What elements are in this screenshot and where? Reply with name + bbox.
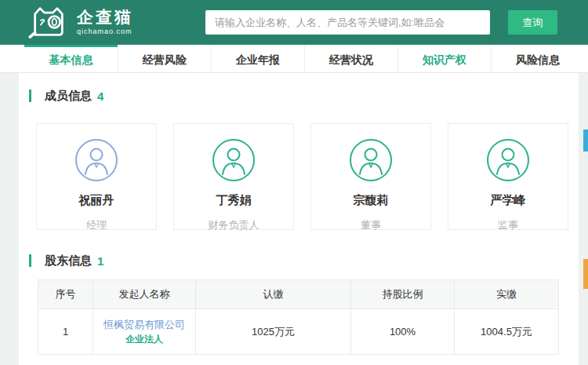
cell-ratio: 100%: [351, 309, 455, 355]
col-header-paid: 实缴: [455, 280, 559, 309]
col-header-index: 序号: [38, 280, 93, 309]
col-header-name: 发起人名称: [93, 280, 196, 309]
member-card[interactable]: 祝丽丹 经理: [36, 123, 157, 230]
site-header: 企查猫 qichamao.com 查询: [0, 0, 588, 45]
member-card[interactable]: 严学峰 监事: [448, 123, 568, 230]
shareholder-link[interactable]: 恒枫贸易有限公司: [93, 318, 195, 332]
member-role: 财务负责人: [174, 218, 293, 232]
table-row: 1 恒枫贸易有限公司 企业法人 1025万元 100% 1004.5万元: [38, 309, 559, 355]
member-role: 董事: [311, 218, 430, 232]
person-icon: [486, 138, 530, 182]
member-name: 宗馥莉: [311, 193, 430, 208]
cat-logo-icon: [26, 5, 71, 38]
shareholders-section-header: 股东信息 1: [29, 254, 579, 268]
cell-shareholder: 恒枫贸易有限公司 企业法人: [93, 309, 196, 355]
tab-risk-info[interactable]: 风险信息: [491, 45, 584, 73]
brand-text: 企查猫 qichamao.com: [77, 9, 133, 35]
section-accent-bar: [29, 89, 31, 102]
members-title: 成员信息: [45, 89, 92, 104]
person-icon: [349, 138, 393, 182]
member-card[interactable]: 宗馥莉 董事: [310, 123, 431, 230]
section-nav: 基本信息 经营风险 企业年报 经营状况 知识产权 风险信息: [0, 45, 588, 73]
cell-subscribed: 1025万元: [196, 309, 351, 355]
member-name: 祝丽丹: [37, 193, 156, 208]
member-name: 严学峰: [448, 193, 568, 208]
search-input[interactable]: [205, 10, 490, 35]
member-card[interactable]: 丁秀娟 财务负责人: [173, 123, 294, 230]
members-count: 4: [97, 89, 103, 103]
brand-domain: qichamao.com: [77, 27, 133, 35]
tab-intellectual-property[interactable]: 知识产权: [397, 45, 491, 73]
member-role: 监事: [448, 218, 568, 232]
table-header-row: 序号 发起人名称 认缴 持股比例 实缴: [38, 280, 559, 309]
members-section-header: 成员信息 4: [29, 89, 579, 103]
shareholders-table: 序号 发起人名称 认缴 持股比例 实缴 1 恒枫贸易有限公司 企业法人 1025…: [38, 279, 559, 355]
page-background: 成员信息 4 祝丽丹 经理: [0, 73, 588, 365]
member-role: 经理: [37, 218, 156, 232]
brand-name: 企查猫: [77, 9, 133, 26]
col-header-ratio: 持股比例: [351, 280, 455, 309]
cell-paid: 1004.5万元: [455, 309, 559, 355]
brand-logo[interactable]: 企查猫 qichamao.com: [26, 5, 133, 38]
member-name: 丁秀娟: [174, 193, 293, 208]
member-cards: 祝丽丹 经理 丁秀娟 财务负责人: [36, 123, 579, 230]
person-icon: [74, 138, 118, 182]
shareholders-count: 1: [97, 254, 103, 268]
tab-operation[interactable]: 经营状况: [304, 45, 397, 73]
cell-index: 1: [38, 309, 93, 355]
edge-toolbar-fragment-orange[interactable]: [583, 259, 588, 289]
edge-toolbar-fragment-cyan[interactable]: [583, 130, 588, 151]
content-panel: 成员信息 4 祝丽丹 经理: [19, 73, 579, 365]
search-button[interactable]: 查询: [508, 10, 557, 35]
legal-person-tag: 企业法人: [125, 334, 163, 345]
person-icon: [212, 138, 256, 182]
tab-basic-info[interactable]: 基本信息: [24, 45, 118, 73]
tab-business-risk[interactable]: 经营风险: [118, 45, 211, 73]
shareholders-title: 股东信息: [45, 254, 92, 268]
col-header-subscribed: 认缴: [196, 280, 351, 309]
search-bar: 查询: [205, 10, 557, 35]
tab-annual-report[interactable]: 企业年报: [211, 45, 304, 73]
section-accent-bar: [29, 254, 31, 267]
